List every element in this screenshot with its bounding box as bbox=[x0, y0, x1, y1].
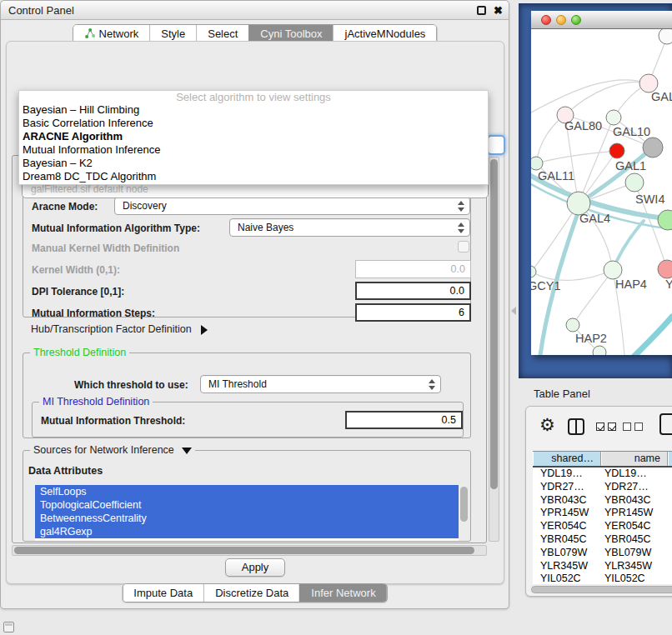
column-header-shared-name[interactable]: shared… bbox=[533, 452, 601, 466]
tab-network[interactable]: Network bbox=[73, 25, 150, 42]
tab-style[interactable]: Style bbox=[149, 25, 196, 42]
table-row[interactable]: YPR145WYPR145W9. bbox=[533, 507, 672, 520]
mi-algorithm-type-combo[interactable]: Naive Bayes bbox=[229, 218, 470, 237]
attribute-item[interactable]: gal4RGexp bbox=[35, 525, 459, 538]
which-threshold-combo[interactable]: MI Threshold bbox=[200, 375, 441, 393]
node-table: shared… name A YDL19…YDL19…13 YDR27…YDR2… bbox=[533, 451, 672, 586]
table-header-row: shared… name A bbox=[533, 451, 672, 468]
dock-panel-icon[interactable] bbox=[3, 622, 14, 632]
node-gal11[interactable] bbox=[531, 157, 543, 170]
tab-select[interactable]: Select bbox=[196, 25, 248, 42]
algorithm-combo-fragment[interactable] bbox=[487, 135, 505, 155]
tab-jactivemnodules[interactable]: jActiveMNodules bbox=[333, 25, 437, 42]
table-row[interactable]: YLR345WYLR345W9. bbox=[533, 560, 672, 573]
table-row[interactable]: YDR27…YDR27…12 bbox=[533, 481, 672, 494]
close-traffic-light-icon[interactable] bbox=[541, 15, 551, 25]
algorithm-option-selected[interactable]: ARACNE Algorithm bbox=[19, 130, 488, 143]
algorithm-option[interactable]: Dream8 DC_TDC Algorithm bbox=[19, 170, 488, 183]
node-hap2[interactable] bbox=[566, 318, 579, 332]
network-window-titlebar[interactable] bbox=[531, 11, 672, 29]
svg-text:Y: Y bbox=[665, 278, 672, 291]
table-horizontal-scrollbar[interactable] bbox=[529, 584, 672, 594]
svg-text:GAL10: GAL10 bbox=[613, 125, 650, 138]
column-header-name[interactable]: name bbox=[601, 452, 668, 466]
tab-infer-network[interactable]: Infer Network bbox=[299, 584, 386, 602]
table-panel: Table Panel ⚙ shared… name A YDL19…YDL19… bbox=[519, 378, 672, 635]
table-panel-card: ⚙ shared… name A YDL19…YDL19…13 YDR27…YD… bbox=[525, 406, 672, 597]
table-row[interactable]: YBR045CYBR045C9. bbox=[533, 533, 672, 547]
manual-kernel-checkbox[interactable] bbox=[458, 241, 469, 252]
apply-button[interactable]: Apply bbox=[225, 558, 285, 577]
zoom-traffic-light-icon[interactable] bbox=[571, 15, 581, 25]
cyni-algorithm-settings-group: Cyni Algorithm Settings Algorithm Defini… bbox=[12, 155, 487, 543]
tab-impute-data[interactable]: Impute Data bbox=[123, 584, 203, 602]
network-canvas[interactable]: GAL GAL80 GAL10 GAL11 GAL1 SWI4 GAL4 GCY… bbox=[531, 29, 672, 355]
minimize-traffic-light-icon[interactable] bbox=[556, 15, 566, 25]
node-hap4[interactable] bbox=[604, 261, 622, 279]
algorithm-option[interactable]: Mutual Information Inference bbox=[19, 143, 488, 157]
float-window-icon[interactable] bbox=[477, 6, 486, 15]
algorithm-dropdown-popup: Select algorithm to view settings Bayesi… bbox=[18, 90, 489, 185]
screen: Control Panel ✖ Network Style Select Cyn… bbox=[0, 0, 672, 635]
svg-text:GAL1: GAL1 bbox=[615, 159, 646, 172]
node-gal10[interactable] bbox=[606, 110, 621, 125]
dpi-tolerance-label: DPI Tolerance [0,1]: bbox=[32, 286, 124, 298]
collapse-down-icon bbox=[182, 448, 192, 454]
sources-group-title[interactable]: Sources for Network Inference bbox=[30, 444, 195, 456]
gear-icon[interactable]: ⚙ bbox=[539, 415, 555, 435]
mi-threshold-label: Mutual Information Threshold: bbox=[41, 415, 185, 427]
popup-hint: Select algorithm to view settings bbox=[19, 91, 488, 103]
table-row[interactable]: YBR043CYBR043C bbox=[533, 494, 672, 508]
tab-discretize-data[interactable]: Discretize Data bbox=[203, 584, 299, 602]
split-pane-collapse-icon[interactable] bbox=[511, 307, 516, 315]
mi-type-label: Mutual Information Algorithm Type: bbox=[32, 222, 200, 234]
attribute-item[interactable]: BetweennessCentrality bbox=[35, 512, 459, 525]
aracne-mode-combo[interactable]: Discovery bbox=[114, 197, 470, 215]
node[interactable] bbox=[593, 346, 606, 355]
close-icon[interactable]: ✖ bbox=[494, 1, 503, 20]
kernel-width-field[interactable]: 0.0 bbox=[355, 260, 471, 278]
attribute-item[interactable]: TopologicalCoefficient bbox=[35, 498, 459, 512]
node-gcy1[interactable] bbox=[531, 266, 536, 278]
node[interactable] bbox=[659, 29, 672, 44]
mi-threshold-field[interactable]: 0.5 bbox=[345, 411, 463, 429]
mi-steps-field[interactable]: 6 bbox=[355, 303, 471, 322]
data-attributes-label: Data Attributes bbox=[28, 465, 103, 477]
export-table-icon[interactable] bbox=[659, 413, 672, 435]
attribute-item[interactable]: SelfLoops bbox=[35, 485, 459, 498]
combo-arrows-icon bbox=[458, 201, 464, 212]
select-all-checkboxes-icon[interactable] bbox=[596, 422, 616, 431]
svg-text:GAL11: GAL11 bbox=[538, 169, 574, 182]
bottom-tab-bar: Impute Data Discretize Data Infer Networ… bbox=[122, 583, 387, 602]
attributes-scrollbar[interactable] bbox=[459, 485, 469, 541]
svg-text:GCY1: GCY1 bbox=[531, 279, 561, 292]
control-panel-titlebar[interactable]: Control Panel ✖ bbox=[1, 1, 509, 20]
table-row[interactable]: YBL079WYBL079W bbox=[533, 547, 672, 560]
hub-definition-expander[interactable]: Hub/Transcription Factor Definition bbox=[31, 323, 208, 335]
dpi-tolerance-field[interactable]: 0.0 bbox=[355, 282, 471, 300]
mi-threshold-group-title: MI Threshold Definition bbox=[39, 396, 153, 408]
deselect-all-checkboxes-icon[interactable] bbox=[623, 422, 643, 431]
tab-cyni-toolbox[interactable]: Cyni Toolbox bbox=[248, 25, 333, 42]
svg-text:SWI4: SWI4 bbox=[635, 192, 664, 206]
node-red-selected[interactable] bbox=[609, 143, 624, 158]
table-row[interactable]: YDL19…YDL19…13 bbox=[533, 468, 672, 481]
column-header-partial[interactable]: A bbox=[668, 452, 672, 466]
table-body: YDL19…YDL19…13 YDR27…YDR27…12 YBR043CYBR… bbox=[533, 468, 672, 586]
settings-vertical-scrollbar[interactable] bbox=[489, 157, 499, 542]
network-view-window[interactable]: GAL GAL80 GAL10 GAL11 GAL1 SWI4 GAL4 GCY… bbox=[531, 11, 672, 355]
algorithm-option[interactable]: Bayesian – K2 bbox=[19, 157, 488, 170]
column-visibility-icon[interactable] bbox=[568, 418, 584, 435]
combo-arrows-icon bbox=[429, 379, 435, 390]
settings-horizontal-scrollbar[interactable] bbox=[12, 545, 487, 556]
node-y[interactable] bbox=[658, 260, 672, 278]
manual-kernel-label: Manual Kernel Width Definition bbox=[32, 242, 179, 254]
algorithm-option[interactable]: Basic Correlation Inference bbox=[19, 117, 488, 130]
node-gal1[interactable] bbox=[625, 173, 644, 192]
algorithm-option[interactable]: Bayesian – Hill Climbing bbox=[19, 103, 488, 117]
node-gray[interactable] bbox=[643, 138, 663, 158]
network-tab-icon bbox=[84, 28, 95, 39]
table-row[interactable]: YER054CYER054C8. bbox=[533, 520, 672, 533]
svg-text:HAP4: HAP4 bbox=[615, 278, 647, 291]
which-threshold-label: Which threshold to use: bbox=[74, 379, 188, 391]
